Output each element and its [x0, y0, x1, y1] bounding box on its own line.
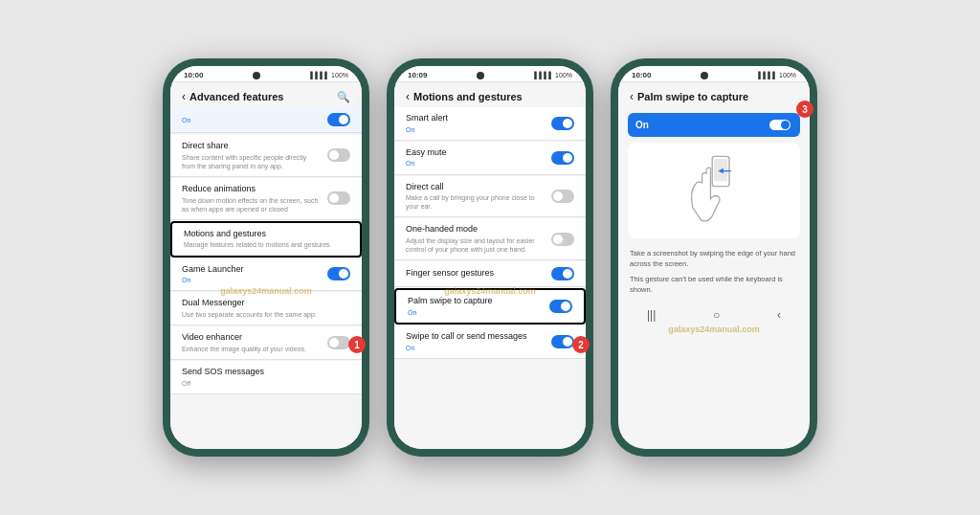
battery-3: 100% — [779, 72, 796, 78]
toggle-easy-mute[interactable] — [551, 151, 574, 165]
toggle-swipe-call[interactable] — [551, 335, 574, 348]
list-item[interactable]: Smart alert On — [394, 107, 586, 141]
description-line-2: This gesture can't be used while the key… — [630, 274, 798, 296]
step-badge-1: 1 — [348, 336, 366, 353]
page-title-1: Advanced features — [189, 91, 337, 102]
camera-2 — [477, 72, 484, 79]
on-tab-label: On — [635, 120, 649, 130]
settings-list-1: Direct share Share content with specific… — [170, 135, 362, 449]
toggle-one-handed[interactable] — [551, 233, 574, 246]
scene: 10:00 ▌▌▌▌ 100% ‹ Advanced features 🔍 On — [0, 0, 980, 515]
camera-3 — [701, 72, 708, 79]
top-bar-1: ‹ Advanced features 🔍 — [170, 82, 362, 107]
settings-list-2: Smart alert On Easy mute On — [394, 107, 586, 449]
palm-swipe-item[interactable]: Palm swipe to capture On — [394, 288, 586, 325]
motions-gestures-item[interactable]: Motions and gestures Manage features rel… — [170, 221, 362, 258]
nav-home-3[interactable]: ○ — [713, 308, 720, 322]
phone-1: 10:00 ▌▌▌▌ 100% ‹ Advanced features 🔍 On — [163, 58, 369, 457]
toggle-direct-share[interactable] — [327, 148, 350, 162]
back-arrow-2[interactable]: ‹ — [406, 90, 410, 103]
battery-1: 100% — [331, 72, 348, 78]
on-tab-toggle[interactable] — [768, 118, 792, 132]
toggle-palm-swipe[interactable] — [549, 300, 572, 313]
top-bar-3: ‹ Palm swipe to capture — [618, 82, 810, 107]
palm-swipe-description: Take a screenshot by swiping the edge of… — [618, 244, 810, 302]
master-toggle-row: On — [170, 107, 362, 133]
list-item[interactable]: Game Launcher On — [170, 258, 362, 292]
phone-3: 10:00 ▌▌▌▌ 100% ‹ Palm swipe to capture … — [611, 58, 817, 457]
time-2: 10:09 — [408, 71, 427, 79]
status-bar-1: 10:00 ▌▌▌▌ 100% — [170, 66, 362, 82]
step-badge-3: 3 — [796, 101, 813, 118]
toggle-finger-sensor[interactable] — [551, 267, 574, 280]
master-toggle-label: On — [182, 116, 190, 124]
search-icon-1[interactable]: 🔍 — [337, 91, 350, 103]
phone-2: 10:09 ▌▌▌▌ 100% ‹ Motions and gestures S… — [387, 58, 593, 457]
back-arrow-1[interactable]: ‹ — [182, 90, 186, 103]
toggle-reduce-animations[interactable] — [327, 191, 350, 205]
toggle-direct-call[interactable] — [551, 190, 574, 203]
status-icons-3: ▌▌▌▌ 100% — [758, 72, 796, 78]
gesture-illustration — [628, 143, 800, 238]
status-bar-3: 10:00 ▌▌▌▌ 100% — [618, 66, 810, 82]
camera-1 — [253, 72, 260, 79]
signal-3: ▌▌▌▌ — [758, 72, 777, 78]
toggle-video-enhancer[interactable] — [327, 336, 350, 349]
on-tab[interactable]: On — [628, 113, 800, 137]
list-item[interactable]: One-handed mode Adjust the display size … — [394, 218, 586, 260]
description-line-1: Take a screenshot by swiping the edge of… — [630, 248, 798, 270]
hand-icon — [685, 152, 743, 229]
list-item[interactable]: Direct share Share content with specific… — [170, 135, 362, 177]
signal-1: ▌▌▌▌ — [310, 72, 329, 78]
page-title-2: Motions and gestures — [413, 91, 574, 102]
toggle-game-launcher[interactable] — [327, 267, 350, 280]
list-item[interactable]: Reduce animations Tone down motion effec… — [170, 178, 362, 220]
battery-2: 100% — [555, 72, 572, 78]
status-bar-2: 10:09 ▌▌▌▌ 100% — [394, 66, 586, 82]
list-item[interactable]: Direct call Make a call by bringing your… — [394, 176, 586, 218]
time-1: 10:00 — [184, 71, 203, 79]
status-icons-2: ▌▌▌▌ 100% — [534, 72, 572, 78]
time-3: 10:00 — [632, 71, 651, 79]
list-item[interactable]: Swipe to call or send messages On — [394, 325, 586, 359]
list-item[interactable]: Dual Messenger Use two separate accounts… — [170, 292, 362, 325]
nav-bar-3: ||| ○ ‹ — [618, 302, 810, 327]
back-arrow-3[interactable]: ‹ — [630, 90, 634, 103]
nav-back-3[interactable]: ‹ — [777, 308, 781, 322]
nav-menu-3[interactable]: ||| — [647, 308, 656, 322]
status-icons-1: ▌▌▌▌ 100% — [310, 72, 348, 78]
list-item[interactable]: Video enhancer Enhance the image quality… — [170, 326, 362, 360]
list-item[interactable]: Send SOS messages Off — [170, 361, 362, 394]
page-title-3: Palm swipe to capture — [637, 91, 798, 102]
svg-rect-1 — [714, 159, 727, 181]
master-toggle[interactable] — [327, 113, 350, 126]
list-item[interactable]: Easy mute On — [394, 142, 586, 175]
toggle-smart-alert[interactable] — [551, 117, 574, 130]
step-badge-2: 2 — [572, 336, 590, 353]
top-bar-2: ‹ Motions and gestures — [394, 82, 586, 107]
list-item[interactable]: Finger sensor gestures — [394, 261, 586, 287]
signal-2: ▌▌▌▌ — [534, 72, 553, 78]
